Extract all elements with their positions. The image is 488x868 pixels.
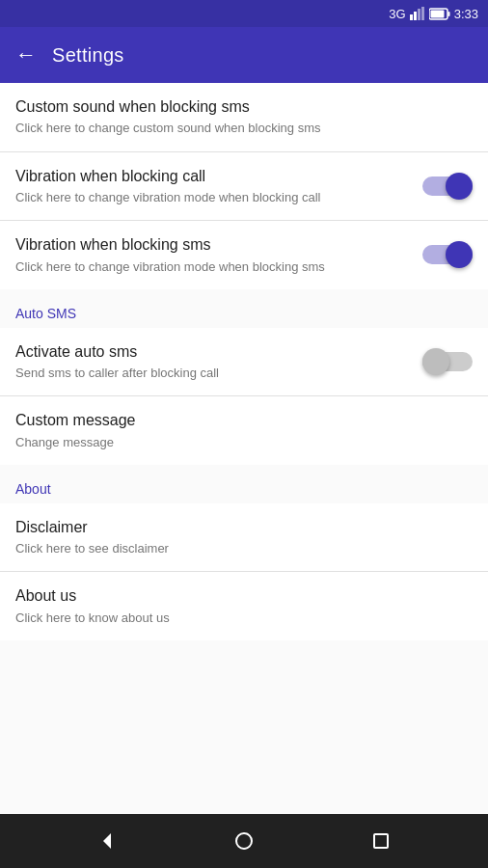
about-us-desc: Click here to know about us (15, 610, 461, 627)
disclaimer-item[interactable]: Disclaimer Click here to see disclaimer (0, 503, 488, 573)
toggle-thumb (422, 348, 449, 375)
custom-message-text: Custom message Change message (15, 410, 461, 451)
custom-message-title: Custom message (15, 410, 461, 431)
vibration-call-title: Vibration when blocking call (15, 166, 411, 187)
svg-rect-5 (447, 12, 449, 16)
back-button[interactable]: ← (15, 42, 37, 68)
nav-home-button[interactable] (225, 822, 263, 860)
toggle-thumb (446, 241, 473, 268)
vibration-sms-text: Vibration when blocking sms Click here t… (15, 234, 411, 276)
activate-auto-sms-title: Activate auto sms (15, 341, 411, 363)
vibration-call-toggle[interactable] (422, 173, 473, 200)
disclaimer-title: Disclaimer (15, 517, 461, 538)
auto-sms-section-header: Auto SMS (0, 289, 488, 328)
battery-icon (429, 8, 450, 20)
svg-rect-0 (410, 14, 413, 20)
nav-recent-button[interactable] (362, 822, 400, 860)
navigation-bar (0, 814, 488, 868)
custom-sound-sms-desc: Click here to change custom sound when b… (15, 120, 461, 137)
activate-auto-sms-desc: Send sms to caller after blocking call (15, 365, 411, 382)
status-bar: 3G 3:33 (0, 0, 488, 27)
disclaimer-text: Disclaimer Click here to see disclaimer (15, 517, 461, 558)
auto-sms-group: Activate auto sms Send sms to caller aft… (0, 328, 488, 465)
auto-sms-section-label: Auto SMS (15, 306, 76, 321)
svg-rect-2 (418, 9, 420, 20)
svg-point-8 (236, 833, 252, 849)
svg-rect-6 (430, 10, 444, 17)
about-group: Disclaimer Click here to see disclaimer … (0, 503, 488, 640)
svg-rect-3 (421, 7, 424, 20)
app-bar: ← Settings (0, 27, 488, 83)
custom-message-desc: Change message (15, 434, 461, 451)
vibration-sms-item[interactable]: Vibration when blocking sms Click here t… (0, 221, 488, 289)
signal-icon (410, 7, 425, 20)
svg-rect-9 (374, 834, 388, 848)
toggle-thumb (446, 173, 473, 200)
status-icons: 3G 3:33 (389, 7, 478, 21)
about-section-header: About (0, 465, 488, 503)
activate-auto-sms-toggle[interactable] (422, 348, 473, 375)
page-title: Settings (52, 44, 124, 67)
network-indicator: 3G (389, 7, 405, 21)
vibration-sms-desc: Click here to change vibration mode when… (15, 258, 411, 276)
custom-sound-sms-text: Custom sound when blocking sms Click her… (15, 96, 461, 138)
nav-back-button[interactable] (88, 822, 126, 860)
about-us-title: About us (15, 585, 461, 607)
vibration-call-item[interactable]: Vibration when blocking call Click here … (0, 152, 488, 222)
custom-message-item[interactable]: Custom message Change message (0, 396, 488, 465)
about-us-text: About us Click here to know about us (15, 585, 461, 627)
settings-content: Custom sound when blocking sms Click her… (0, 83, 488, 814)
sound-settings-group: Custom sound when blocking sms Click her… (0, 83, 488, 289)
activate-auto-sms-item[interactable]: Activate auto sms Send sms to caller aft… (0, 328, 488, 397)
svg-rect-1 (414, 12, 417, 20)
custom-sound-sms-title: Custom sound when blocking sms (15, 96, 461, 118)
vibration-call-text: Vibration when blocking call Click here … (15, 166, 411, 207)
about-us-item[interactable]: About us Click here to know about us (0, 572, 488, 640)
activate-auto-sms-text: Activate auto sms Send sms to caller aft… (15, 341, 411, 383)
vibration-sms-toggle[interactable] (422, 241, 473, 268)
about-section-label: About (15, 481, 51, 497)
disclaimer-desc: Click here to see disclaimer (15, 540, 461, 557)
svg-marker-7 (103, 833, 111, 849)
vibration-call-desc: Click here to change vibration mode when… (15, 189, 411, 206)
vibration-sms-title: Vibration when blocking sms (15, 234, 411, 256)
time-display: 3:33 (454, 7, 478, 21)
custom-sound-sms-item[interactable]: Custom sound when blocking sms Click her… (0, 83, 488, 152)
